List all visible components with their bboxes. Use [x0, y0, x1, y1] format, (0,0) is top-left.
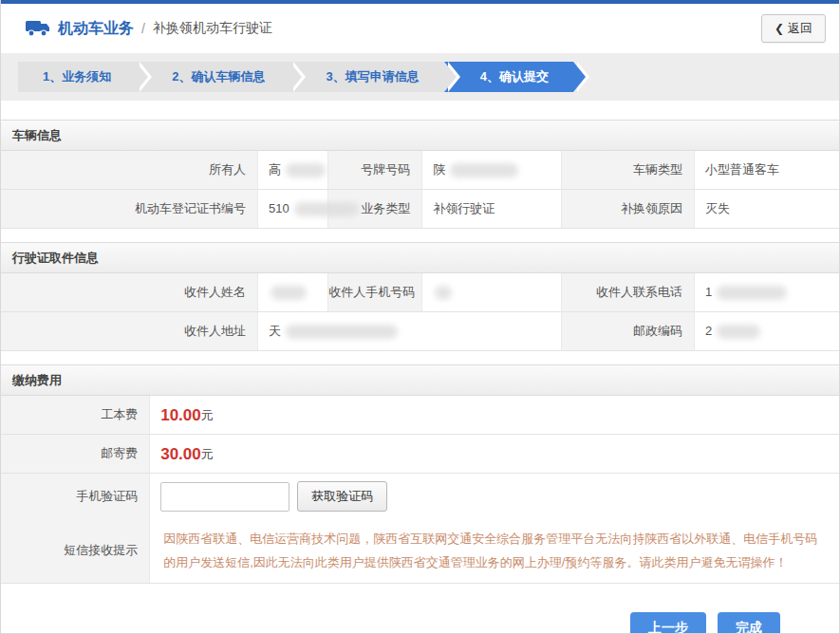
plate-number-value: 陕: [422, 151, 562, 189]
table-row: 邮寄费 30.00元: [1, 435, 839, 474]
breadcrumb-separator: /: [141, 21, 145, 36]
sms-code-cell: 获取验证码: [150, 474, 839, 519]
recipient-address-value: 天: [258, 312, 562, 350]
footer-actions: 上一步 完成: [1, 597, 839, 634]
postage-fee-label: 邮寄费: [1, 435, 150, 473]
fees-section: 缴纳费用 工本费 10.00元 邮寄费 30.00元 手机验证码 获取验证码 短…: [1, 364, 839, 584]
redacted-blur: [717, 286, 787, 300]
table-row: 工本费 10.00元: [1, 396, 839, 435]
postage-fee-amount: 30.00: [160, 445, 201, 463]
sms-notice-text: 因陕西省联通、电信运营商技术问题，陕西省互联网交通安全综合服务管理平台无法向持陕…: [150, 519, 839, 583]
back-button-label: 返回: [788, 20, 812, 37]
sms-code-label: 手机验证码: [1, 474, 150, 519]
vehicle-info-section: 车辆信息 所有人 高 号牌号码 陕 车辆类型 小型普通客车 机动车登记证书编号 …: [1, 120, 839, 229]
redacted-blur: [286, 325, 398, 339]
owner-value: 高: [258, 151, 328, 189]
postal-code-value: 2: [695, 312, 839, 350]
sms-code-input[interactable]: [160, 482, 289, 512]
postage-fee-value: 30.00元: [150, 435, 839, 473]
vehicle-type-label: 车辆类型: [562, 151, 695, 189]
pickup-info-section: 行驶证取件信息 收件人姓名 收件人手机号码 收件人联系电话 1 收件人地址 天 …: [1, 242, 839, 351]
previous-step-button[interactable]: 上一步: [630, 612, 706, 634]
recipient-name-value: [258, 273, 328, 311]
step-4-confirm-submit[interactable]: 4、确认提交: [444, 62, 573, 92]
plate-number-label: 号牌号码: [328, 151, 422, 189]
owner-label: 所有人: [1, 151, 258, 189]
replacement-reason-label: 补换领原因: [562, 190, 695, 228]
page-title: 补换领机动车行驶证: [153, 20, 272, 37]
step-2-confirm-vehicle-info[interactable]: 2、确认车辆信息: [136, 62, 289, 92]
recipient-contact-phone-value: 1: [695, 273, 839, 311]
recipient-name-label: 收件人姓名: [1, 273, 258, 311]
page: 机动车业务 / 补换领机动车行驶证 ❮ 返回 1、业务须知 2、确认车辆信息 3…: [0, 0, 840, 634]
table-row: 收件人地址 天 邮政编码 2: [1, 312, 839, 351]
cost-fee-amount: 10.00: [160, 406, 201, 424]
cost-fee-unit: 元: [201, 408, 214, 422]
vehicle-type-value: 小型普通客车: [695, 151, 839, 189]
pickup-info-section-title: 行驶证取件信息: [1, 243, 839, 273]
step-1-business-notice[interactable]: 1、业务须知: [18, 62, 136, 92]
chevron-left-icon: ❮: [775, 22, 784, 35]
finish-button[interactable]: 完成: [718, 612, 780, 634]
get-sms-code-button[interactable]: 获取验证码: [297, 481, 387, 512]
cost-fee-label: 工本费: [1, 396, 150, 434]
table-row: 手机验证码 获取验证码: [1, 474, 839, 519]
recipient-mobile-value: [422, 273, 562, 311]
registration-cert-number-value: 510: [258, 190, 328, 228]
recipient-mobile-label: 收件人手机号码: [328, 273, 422, 311]
replacement-reason-value: 灭失: [695, 190, 839, 228]
step-wizard: 1、业务须知 2、确认车辆信息 3、填写申请信息 4、确认提交: [1, 53, 839, 101]
redacted-blur: [294, 202, 359, 216]
step-3-fill-application-info[interactable]: 3、填写申请信息: [289, 62, 443, 92]
app-title: 机动车业务: [58, 19, 134, 39]
redacted-blur: [271, 286, 307, 300]
table-row: 所有人 高 号牌号码 陕 车辆类型 小型普通客车: [1, 151, 839, 190]
recipient-address-label: 收件人地址: [1, 312, 258, 350]
postal-code-label: 邮政编码: [562, 312, 695, 350]
sms-notice-label: 短信接收提示: [1, 519, 150, 583]
table-row: 短信接收提示 因陕西省联通、电信运营商技术问题，陕西省互联网交通安全综合服务管理…: [1, 519, 839, 584]
main-content: 车辆信息 所有人 高 号牌号码 陕 车辆类型 小型普通客车 机动车登记证书编号 …: [1, 101, 839, 634]
recipient-contact-phone-label: 收件人联系电话: [562, 273, 695, 311]
registration-cert-number-label: 机动车登记证书编号: [1, 190, 258, 228]
postage-fee-unit: 元: [201, 447, 214, 461]
redacted-blur: [450, 163, 518, 177]
fees-section-title: 缴纳费用: [1, 365, 839, 396]
back-button[interactable]: ❮ 返回: [761, 14, 826, 43]
redacted-blur: [717, 325, 760, 339]
business-type-value: 补领行驶证: [422, 190, 562, 228]
redacted-blur: [435, 286, 452, 300]
cost-fee-value: 10.00元: [150, 396, 839, 434]
vehicle-info-section-title: 车辆信息: [1, 121, 839, 151]
table-row: 机动车登记证书编号 510 业务类型 补领行驶证 补换领原因 灭失: [1, 190, 839, 229]
redacted-blur: [286, 163, 326, 177]
truck-icon: [26, 19, 50, 38]
header: 机动车业务 / 补换领机动车行驶证 ❮ 返回: [1, 4, 839, 53]
table-row: 收件人姓名 收件人手机号码 收件人联系电话 1: [1, 273, 839, 312]
